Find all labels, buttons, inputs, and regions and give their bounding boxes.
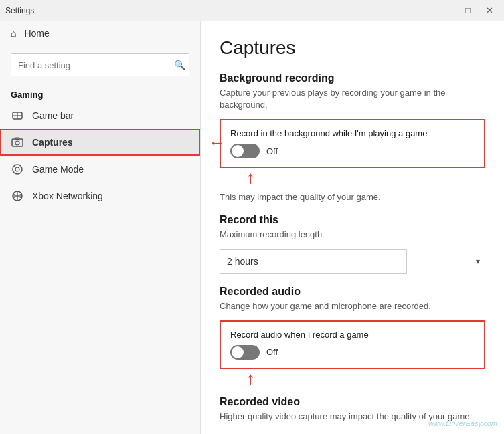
background-recording-box-title: Record in the background while I'm playi…	[230, 128, 475, 138]
sidebar-item-xbox-networking[interactable]: Xbox Networking	[0, 183, 200, 209]
record-this-title: Record this	[220, 214, 485, 226]
recorded-audio-toggle[interactable]	[230, 345, 260, 360]
recorded-audio-title: Recorded audio	[220, 286, 485, 298]
titlebar-controls: — □ ✕	[437, 3, 499, 18]
search-icon[interactable]: 🔍	[174, 60, 185, 70]
close-button[interactable]: ✕	[480, 3, 499, 18]
sidebar-captures-label: Captures	[32, 137, 73, 148]
recorded-video-title: Recorded video	[220, 396, 485, 408]
search-input[interactable]	[11, 53, 189, 76]
recorded-audio-box-title: Record audio when I record a game	[230, 330, 475, 340]
sidebar-item-home[interactable]: ⌂ Home	[0, 21, 200, 45]
sidebar-item-game-mode[interactable]: Game Mode	[0, 156, 200, 183]
recorded-video-section: Recorded video Higher quality video capt…	[220, 396, 485, 423]
background-recording-toggle-label: Off	[266, 146, 278, 156]
recording-length-dropdown-wrapper: 30 minutes 1 hour 2 hours 4 hours 8 hour…	[220, 249, 485, 274]
audio-arrow: ↑	[246, 368, 255, 389]
background-recording-toggle[interactable]	[230, 144, 260, 158]
game-bar-icon	[11, 109, 24, 122]
sidebar-game-mode-label: Game Mode	[32, 164, 84, 175]
sidebar-xbox-networking-label: Xbox Networking	[32, 191, 103, 201]
impact-note: This may impact the quality of your game…	[220, 192, 485, 202]
game-mode-icon	[11, 162, 24, 176]
sidebar: ⌂ Home 🔍 Gaming Gam	[0, 21, 201, 434]
recorded-audio-toggle-container: Off	[230, 345, 475, 360]
search-container: 🔍	[11, 53, 189, 76]
captures-icon	[11, 136, 24, 149]
watermark: www.DriverEasy.com	[428, 419, 497, 427]
recorded-audio-section: Recorded audio Change how your game and …	[220, 286, 485, 369]
sidebar-game-bar-label: Game bar	[32, 110, 74, 121]
record-this-section: Record this Maximum recording length 30 …	[220, 214, 485, 273]
home-icon: ⌂	[11, 28, 16, 39]
max-length-label: Maximum recording length	[220, 229, 485, 241]
recorded-audio-toggle-label: Off	[266, 347, 278, 357]
dropdown-arrow-icon: ▾	[476, 257, 480, 266]
sidebar-search-wrapper: 🔍	[0, 45, 200, 84]
titlebar-title: Settings	[5, 6, 34, 15]
sidebar-item-game-bar[interactable]: Game bar	[0, 102, 200, 129]
background-recording-title: Background recording	[220, 72, 485, 84]
recording-length-dropdown[interactable]: 30 minutes 1 hour 2 hours 4 hours 8 hour…	[220, 249, 407, 274]
recorded-audio-desc: Change how your game and microphone are …	[220, 300, 485, 312]
background-recording-desc: Capture your previous plays by recording…	[220, 87, 485, 111]
bg-recording-arrow: ↑	[246, 167, 255, 188]
captures-highlight-box	[0, 129, 200, 156]
sidebar-nav: Game bar Captures ←	[0, 102, 200, 209]
maximize-button[interactable]: □	[458, 3, 477, 18]
svg-point-6	[13, 165, 22, 174]
background-recording-box: Record in the background while I'm playi…	[220, 119, 485, 168]
minimize-button[interactable]: —	[437, 3, 456, 18]
sidebar-section-title: Gaming	[0, 84, 200, 102]
svg-point-5	[15, 141, 19, 145]
background-recording-section: Background recording Capture your previo…	[220, 72, 485, 202]
sidebar-home-label: Home	[24, 28, 49, 39]
xbox-networking-icon	[11, 189, 24, 203]
content-area: Captures Background recording Capture yo…	[201, 21, 504, 434]
background-recording-toggle-container: Off	[230, 144, 475, 158]
main-layout: ⌂ Home 🔍 Gaming Gam	[0, 21, 504, 434]
sidebar-item-captures[interactable]: Captures ←	[0, 129, 200, 156]
recorded-audio-box: Record audio when I record a game Off	[220, 320, 485, 369]
titlebar: Settings — □ ✕	[0, 0, 504, 21]
svg-point-7	[15, 167, 19, 171]
page-title: Captures	[220, 37, 485, 59]
